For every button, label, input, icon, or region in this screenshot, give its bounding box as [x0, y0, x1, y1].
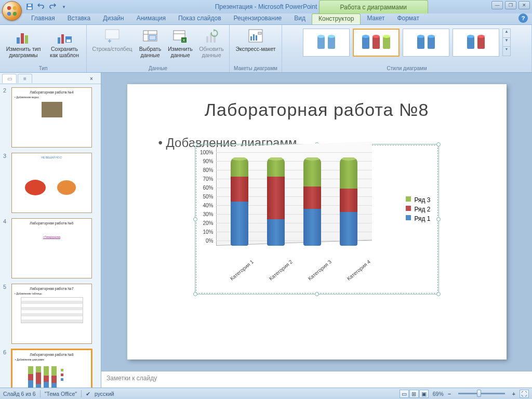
svg-rect-35 — [28, 374, 33, 380]
thumbnail-3[interactable]: НЕ ВЕШАЙ НОС! — [11, 153, 92, 213]
tab-slideshow[interactable]: Показ слайдов — [172, 14, 228, 24]
y-tick: 30% — [198, 211, 214, 217]
y-tick: 100% — [198, 150, 214, 155]
slideshow-view-button[interactable]: ▣ — [419, 390, 429, 398]
resize-handle[interactable] — [193, 292, 197, 296]
select-data-button[interactable]: Выбрать данные — [137, 26, 164, 60]
panel-close-icon[interactable]: × — [84, 74, 99, 83]
notes-pane[interactable]: Заметки к слайду — [101, 371, 532, 388]
change-chart-type-button[interactable]: Изменить тип диаграммы — [3, 26, 44, 60]
chart-style-1[interactable] — [303, 29, 350, 57]
svg-rect-30 — [258, 32, 261, 34]
undo-icon[interactable] — [36, 2, 46, 11]
resize-handle[interactable] — [436, 292, 441, 296]
svg-rect-46 — [61, 374, 63, 376]
resize-handle[interactable] — [436, 217, 441, 221]
office-button[interactable] — [2, 1, 22, 21]
zoom-out-button[interactable]: − — [448, 391, 451, 397]
help-icon[interactable]: ? — [518, 14, 528, 23]
zoom-slider[interactable] — [458, 393, 505, 394]
slides-panel: ▭ ≡ × 2 Лабораторная работа №4• Добавлен… — [0, 73, 101, 388]
chart-style-3[interactable] — [403, 29, 449, 57]
thumbnail-5[interactable]: Лабораторная работа №7• Добавление табли… — [11, 284, 92, 344]
close-button[interactable]: ✕ — [518, 1, 530, 9]
y-tick: 10% — [198, 229, 214, 235]
select-data-icon — [142, 28, 158, 45]
refresh-data-button[interactable]: Обновить данные — [197, 26, 226, 60]
normal-view-button[interactable]: ▭ — [400, 390, 409, 398]
chart-object[interactable]: 0%10%20%30%40%50%60%70%80%90%100% Катего… — [195, 144, 439, 295]
switch-row-column-button[interactable]: Строка/столбец — [90, 26, 135, 54]
resize-handle[interactable] — [315, 292, 319, 296]
switch-rc-icon — [104, 28, 121, 45]
save-template-button[interactable]: Сохранить как шаблон — [46, 26, 83, 60]
slide-canvas[interactable]: Лабораторная работа №8 Добавление диагра… — [101, 73, 532, 371]
thumbnail-6[interactable]: Лабораторная работа №8• Добавление диагр… — [11, 349, 92, 388]
svg-rect-11 — [61, 34, 64, 44]
restore-button[interactable]: ❐ — [505, 1, 516, 9]
tab-chart-format[interactable]: Формат — [391, 14, 425, 24]
svg-rect-6 — [28, 4, 31, 6]
svg-rect-13 — [66, 39, 71, 42]
chart-style-2[interactable] — [353, 29, 400, 57]
y-tick: 60% — [198, 185, 214, 191]
qat-dropdown-icon[interactable]: ▼ — [59, 2, 69, 11]
fit-window-button[interactable]: ⛶ — [520, 390, 529, 398]
chart-style-4[interactable] — [453, 29, 499, 57]
chart-styles-gallery: ▲ ▼ ▾ — [301, 26, 513, 64]
styles-scroll-down[interactable]: ▼ — [503, 38, 510, 47]
spellcheck-icon[interactable]: ✔ — [86, 391, 90, 397]
styles-scroll-up[interactable]: ▲ — [503, 29, 510, 38]
zoom-in-button[interactable]: + — [512, 391, 515, 397]
svg-rect-41 — [44, 376, 49, 382]
x-label: Категория 1 — [227, 259, 255, 283]
slide-thumbnails[interactable]: 2 Лабораторная работа №4• Добавление вид… — [0, 84, 101, 388]
group-label-styles: Стили диаграмм — [285, 64, 528, 72]
svg-rect-23 — [206, 36, 208, 43]
zoom-level[interactable]: 69% — [433, 391, 444, 397]
svg-rect-9 — [25, 35, 28, 44]
slides-tab[interactable]: ▭ — [2, 74, 17, 83]
tab-view[interactable]: Вид — [288, 14, 312, 24]
tab-review[interactable]: Рецензирование — [228, 14, 288, 24]
tab-chart-layout[interactable]: Макет — [361, 14, 391, 24]
svg-rect-47 — [61, 378, 63, 381]
tab-insert[interactable]: Вставка — [61, 14, 97, 24]
save-icon[interactable] — [25, 2, 34, 11]
resize-handle[interactable] — [436, 142, 441, 147]
chart-bar — [231, 157, 248, 246]
tab-design[interactable]: Дизайн — [97, 14, 130, 24]
slide: Лабораторная работа №8 Добавление диагра… — [127, 84, 507, 360]
refresh-icon — [203, 28, 220, 45]
contextual-tab-label: Работа с диаграммами — [319, 0, 429, 14]
svg-rect-38 — [36, 373, 41, 384]
ribbon-tabs: Главная Вставка Дизайн Анимация Показ сл… — [0, 14, 532, 25]
sorter-view-button[interactable]: ⊞ — [409, 390, 419, 398]
edit-data-button[interactable]: X Изменить данные — [166, 26, 195, 60]
outline-tab[interactable]: ≡ — [18, 74, 32, 83]
language-status[interactable]: русский — [95, 391, 114, 397]
resize-handle[interactable] — [193, 217, 197, 221]
statusbar: Слайд 6 из 6 "Тема Office" ✔ русский ▭ ⊞… — [0, 388, 532, 399]
group-label-data: Данные — [90, 64, 226, 72]
styles-expand[interactable]: ▾ — [503, 47, 510, 56]
svg-rect-5 — [28, 7, 32, 9]
resize-handle[interactable] — [193, 142, 197, 147]
legend-item: Ряд 2 — [406, 206, 430, 213]
tab-animation[interactable]: Анимация — [130, 14, 172, 24]
svg-rect-27 — [250, 36, 252, 41]
svg-rect-34 — [28, 366, 33, 374]
minimize-button[interactable]: — — [491, 1, 503, 9]
chart-bar — [340, 157, 357, 246]
y-tick: 70% — [198, 176, 214, 182]
redo-icon[interactable] — [48, 2, 57, 11]
thumbnail-2[interactable]: Лабораторная работа №4• Добавление видео — [11, 87, 92, 148]
slide-position: Слайд 6 из 6 — [3, 391, 36, 397]
thumbnail-4[interactable]: Лабораторная работа №6• Гиперссылка — [11, 218, 92, 278]
express-layout-button[interactable]: Экспресс-макет — [233, 26, 278, 54]
y-tick: 0% — [198, 238, 214, 244]
zoom-thumb[interactable] — [477, 390, 481, 397]
tab-home[interactable]: Главная — [25, 14, 61, 24]
slide-title[interactable]: Лабораторная работа №8 — [153, 100, 481, 120]
tab-chart-design[interactable]: Конструктор — [312, 14, 361, 24]
